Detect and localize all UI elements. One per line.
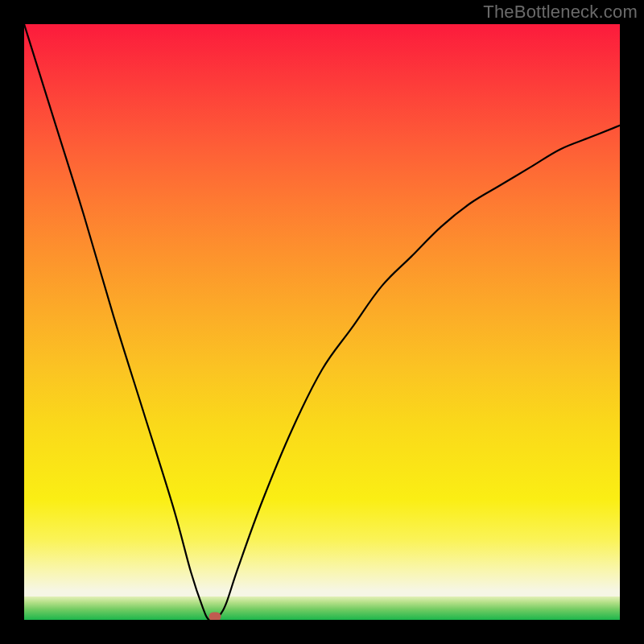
chart-wrapper: TheBottleneck.com xyxy=(0,0,644,644)
plot-area xyxy=(24,24,620,620)
watermark-text: TheBottleneck.com xyxy=(483,2,638,23)
marker-dot xyxy=(208,613,221,620)
bottleneck-curve xyxy=(24,24,620,620)
